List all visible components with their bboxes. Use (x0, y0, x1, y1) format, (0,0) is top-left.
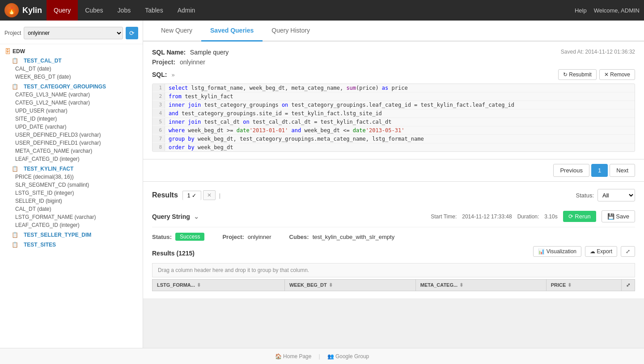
project-select[interactable]: onlyinner (24, 27, 123, 39)
save-button[interactable]: 💾 Save (602, 210, 635, 222)
nav-jobs[interactable]: Jobs (110, 0, 138, 21)
col-cat-8[interactable]: META_CATEG_NAME (varchar) (11, 147, 143, 155)
project-line: Project: onlyinner (152, 59, 635, 66)
col-cal-dt-2[interactable]: WEEK_BEG_DT (date) (11, 73, 143, 81)
col-cat-5[interactable]: UPD_DATE (varchar) (11, 123, 143, 131)
table-node-cal-dt: 📋 TEST_CAL_DT CAL_DT (date) WEEK_BEG_DT … (0, 56, 143, 82)
query-panel: SQL Name: Sample query Saved At: 2014-11… (143, 42, 644, 159)
col-price[interactable]: PRICE⬍ (546, 280, 621, 291)
result-close-button[interactable]: ✕ (203, 190, 216, 200)
pagination: Previous 1 Next (143, 159, 644, 182)
cubes-info: Cubes: test_kylin_cube_with_slr_empty (289, 234, 395, 240)
col-cal-dt-1[interactable]: CAL_DT (date) (11, 65, 143, 73)
table-icon-cal-dt: 📋 (12, 58, 18, 64)
sql-label-row: SQL: » ↻ Resubmit ✕ Remove (152, 69, 635, 80)
tree-root-item[interactable]: 🗄 EDW (0, 47, 143, 56)
tab-saved-queries[interactable]: Saved Queries (201, 21, 263, 42)
col-cat-3[interactable]: UPD_USER (varchar) (11, 107, 143, 115)
col-lstg-format[interactable]: LSTG_FORMA...⬍ (153, 280, 285, 291)
status-select[interactable]: All Success Error Running (597, 189, 635, 201)
expand-sql-icon[interactable]: » (171, 71, 174, 78)
prev-page-button[interactable]: Previous (553, 164, 589, 177)
home-page-link[interactable]: 🏠 Home Page (275, 353, 312, 360)
help-link[interactable]: Help (575, 7, 587, 14)
welcome-text: Welcome, ADMIN (594, 7, 640, 14)
table-item-sites[interactable]: 📋 TEST_SITES (0, 241, 143, 249)
main-layout: Project onlyinner ⟳ 🗄 EDW 📋 TEST_CAL_DT … (0, 21, 644, 348)
query-string-toggle[interactable]: Query String ⌄ (152, 213, 199, 220)
action-buttons: ↻ Resubmit ✕ Remove (558, 69, 635, 80)
col-cat-7[interactable]: USER_DEFINED_FIELD1 (varchar) (11, 139, 143, 147)
remove-button[interactable]: ✕ Remove (599, 69, 635, 80)
col-meta-categ[interactable]: META_CATEG...⬍ (415, 280, 546, 291)
top-navigation: 🔥 Kylin Query Cubes Jobs Tables Admin He… (0, 0, 644, 21)
status-filter-label: Status: (576, 192, 594, 199)
page-1-button[interactable]: 1 (591, 164, 608, 177)
col-cat-6[interactable]: USER_DEFINED_FIELD3 (varchar) (11, 131, 143, 139)
project-label: Project (4, 30, 21, 36)
col-expand[interactable]: ⤢ (622, 280, 635, 291)
sync-button[interactable]: ⟳ (126, 27, 138, 39)
export-button[interactable]: ☁ Export (585, 246, 617, 257)
status-badge: Success (175, 233, 204, 241)
col-cat-4[interactable]: SITE_ID (integer) (11, 115, 143, 123)
table-label-sites: TEST_SITES (24, 242, 56, 248)
sql-name-label: SQL Name: (152, 49, 186, 56)
col-kylin-2[interactable]: SLR_SEGMENT_CD (smallint) (11, 181, 143, 189)
table-item-category-groupings[interactable]: 📋 TEST_CATEGORY_GROUPINGS (0, 83, 143, 91)
tab-bar: New Query Saved Queries Query History (143, 21, 644, 42)
tab-new-query[interactable]: New Query (152, 21, 201, 42)
col-kylin-5[interactable]: CAL_DT (date) (11, 205, 143, 213)
table-label-cat-grp: TEST_CATEGORY_GROUPINGS (24, 84, 106, 90)
table-node-category-groupings: 📋 TEST_CATEGORY_GROUPINGS CATEG_LVL3_NAM… (0, 82, 143, 164)
result-pipe: | (219, 192, 220, 199)
google-group-link[interactable]: 👥 Google Group (327, 353, 369, 360)
project-line-value: onlyinner (180, 59, 205, 66)
tab-query-history[interactable]: Query History (263, 21, 319, 42)
table-item-kylin-fact[interactable]: 📋 TEST_KYLIN_FACT (0, 165, 143, 173)
nav-cubes[interactable]: Cubes (78, 0, 110, 21)
col-kylin-6[interactable]: LSTG_FORMAT_NAME (varchar) (11, 213, 143, 221)
col-week-beg-dt[interactable]: WEEK_BEG_DT⬍ (284, 280, 415, 291)
col-cat-1[interactable]: CATEG_LVL3_NAME (varchar) (11, 91, 143, 99)
col-kylin-7[interactable]: LEAF_CATEG_ID (integer) (11, 221, 143, 229)
table-icon-cat-grp: 📋 (12, 84, 18, 90)
col-kylin-1[interactable]: PRICE (decimal(38, 16)) (11, 173, 143, 181)
sql-code-block: 1 select lstg_format_name, week_beg_dt, … (152, 84, 635, 152)
duration-label: Duration: (517, 213, 539, 220)
col-cat-2[interactable]: CATEG_LVL2_NAME (varchar) (11, 99, 143, 107)
app-logo[interactable]: 🔥 Kylin (4, 3, 42, 17)
table-item-seller-type[interactable]: 📋 TEST_SELLER_TYPE_DIM (0, 231, 143, 239)
code-line-1: 1 select lstg_format_name, week_beg_dt, … (153, 84, 635, 92)
table-node-seller-type: 📋 TEST_SELLER_TYPE_DIM (0, 230, 143, 240)
visualization-button[interactable]: 📊 Visualization (533, 246, 581, 257)
app-name: Kylin (22, 6, 42, 15)
sql-name-value: Sample query (190, 49, 229, 56)
start-time-label: Start Time: (431, 213, 457, 220)
sidebar: Project onlyinner ⟳ 🗄 EDW 📋 TEST_CAL_DT … (0, 21, 143, 348)
nav-query[interactable]: Query (47, 0, 78, 21)
project-info-label: Project: (222, 234, 244, 240)
table-item-cal-dt[interactable]: 📋 TEST_CAL_DT (0, 57, 143, 65)
code-line-7: 7 group by week_beg_dt, test_category_gr… (153, 135, 635, 143)
query-string-right: Start Time: 2014-11-12 17:33:48 Duration… (431, 210, 635, 222)
result-tab-1[interactable]: 1 ✓ (182, 191, 201, 200)
nav-right: Help Welcome, ADMIN (575, 7, 640, 14)
nav-tables[interactable]: Tables (138, 0, 170, 21)
results-header: Results 1 ✓ ✕ | Status: All Success Erro… (152, 189, 635, 201)
results-count: Results (1215) (152, 250, 195, 257)
table-label-seller-type: TEST_SELLER_TYPE_DIM (24, 232, 91, 238)
cubes-info-value: test_kylin_cube_with_slr_empty (313, 234, 395, 240)
col-cat-9[interactable]: LEAF_CATEG_ID (integer) (11, 155, 143, 163)
rerun-button[interactable]: ⟳ Rerun (563, 211, 596, 222)
sql-name-row: SQL Name: Sample query (152, 49, 229, 56)
start-time-value: 2014-11-12 17:33:48 (462, 213, 512, 220)
nav-admin[interactable]: Admin (170, 0, 203, 21)
col-kylin-4[interactable]: SELLER_ID (bigint) (11, 197, 143, 205)
project-line-label: Project: (152, 59, 175, 66)
resubmit-button[interactable]: ↻ Resubmit (558, 69, 597, 80)
next-page-button[interactable]: Next (610, 164, 635, 177)
code-line-3: 3 inner join test_category_groupings on … (153, 101, 635, 109)
expand-button[interactable]: ⤢ (621, 246, 635, 257)
col-kylin-3[interactable]: LSTG_SITE_ID (integer) (11, 189, 143, 197)
